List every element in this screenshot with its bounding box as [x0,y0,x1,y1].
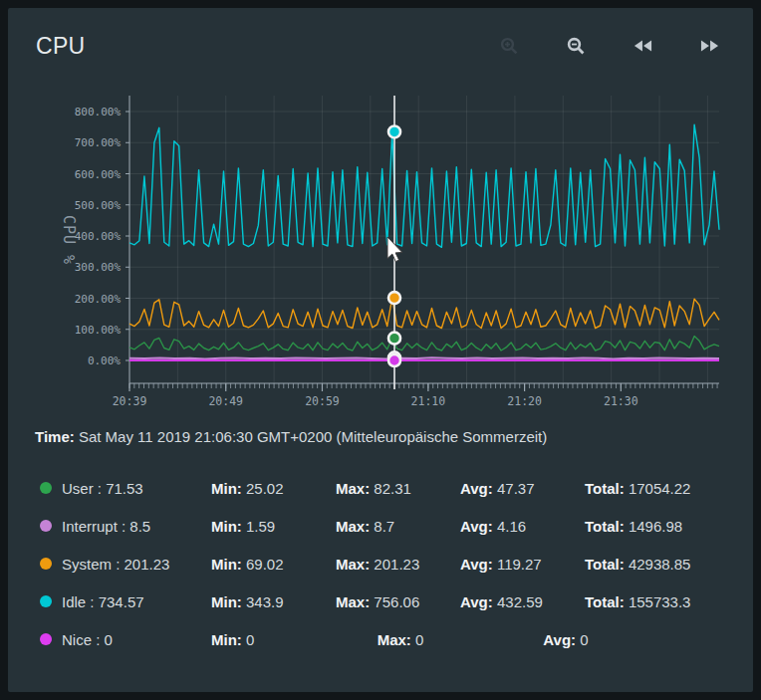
series-label: Nice : 0 [62,631,211,648]
legend-avg-cell: Avg: 432.59 [460,593,585,610]
svg-text:700.00%: 700.00% [75,136,122,149]
svg-text:400.00%: 400.00% [75,230,122,243]
legend-min-cell: Min: 343.9 [211,593,336,610]
legend-min-cell: Min: 1.59 [211,518,336,535]
legend-avg-cell: Avg: 4.16 [460,518,585,535]
series-color-dot [40,633,52,645]
page: { "panel": { "title": "CPU" }, "toolbar"… [0,0,761,700]
legend: User : 71.53 Min: 25.02Max: 82.31Avg: 47… [40,469,709,658]
panel-title: CPU [36,33,85,60]
zoom-out-icon[interactable] [567,37,586,56]
cpu-chart-svg: 0.00%100.00%200.00%300.00%400.00%500.00%… [8,76,753,414]
series-user [129,337,719,350]
legend-max-cell: Max: 0 [378,631,544,648]
legend-row-idle[interactable]: Idle : 734.57 Min: 343.9Max: 756.06Avg: … [40,583,709,620]
svg-text:21:30: 21:30 [604,394,638,408]
legend-max-cell: Max: 8.7 [336,518,460,535]
legend-row-user[interactable]: User : 71.53 Min: 25.02Max: 82.31Avg: 47… [40,469,709,507]
legend-avg-cell: Avg: 119.27 [460,556,585,573]
svg-text:21:10: 21:10 [411,394,446,408]
series-label: System : 201.23 [62,556,211,573]
svg-text:600.00%: 600.00% [75,168,122,181]
svg-text:20:49: 20:49 [208,394,243,408]
legend-total-cell: Total: 155733.3 [585,593,709,610]
legend-min-cell: Min: 69.02 [211,556,336,573]
svg-text:20:59: 20:59 [305,394,340,408]
legend-total-cell: Total: 42938.85 [585,556,709,573]
legend-max-cell: Max: 201.23 [336,556,460,573]
series-lines [129,124,719,360]
cursor-dot-system [388,292,400,304]
time-value: Sat May 11 2019 21:06:30 GMT+0200 (Mitte… [79,428,547,445]
series-color-dot [40,520,52,532]
cursor-dot-nice [388,354,400,366]
cpu-chart[interactable]: 0.00%100.00%200.00%300.00%400.00%500.00%… [8,76,753,414]
svg-text:100.00%: 100.00% [75,324,122,337]
time-label: Time: [35,428,75,445]
series-interrupt [129,357,719,358]
fast-forward-icon[interactable] [700,37,719,56]
legend-total-cell: Total: 17054.22 [585,480,709,497]
legend-avg-cell: Avg: 47.37 [460,480,585,497]
legend-max-cell: Max: 756.06 [336,593,460,610]
series-label: Interrupt : 8.5 [62,518,211,535]
legend-max-cell: Max: 82.31 [336,480,460,497]
legend-total-cell: Total: 1496.98 [585,518,709,535]
legend-min-cell: Min: 0 [211,631,378,648]
tick-labels: 0.00%100.00%200.00%300.00%400.00%500.00%… [75,106,638,408]
svg-text:200.00%: 200.00% [75,293,122,306]
series-color-dot [40,482,52,494]
svg-text:500.00%: 500.00% [75,199,122,212]
series-color-dot [40,558,52,570]
zoom-in-icon[interactable] [500,37,519,56]
legend-row-interrupt[interactable]: Interrupt : 8.5 Min: 1.59Max: 8.7Avg: 4.… [40,507,709,545]
series-label: User : 71.53 [62,480,211,497]
panel-header: CPU [8,8,753,68]
svg-text:0.00%: 0.00% [88,354,121,367]
series-label: Idle : 734.57 [62,593,211,610]
svg-text:21:20: 21:20 [507,394,542,408]
cursor-time-readout: Time: Sat May 11 2019 21:06:30 GMT+0200 … [35,428,753,445]
cpu-panel: CPU [8,8,753,692]
series-system [129,298,719,328]
svg-text:300.00%: 300.00% [75,261,122,274]
svg-text:20:39: 20:39 [113,394,147,408]
toolbar [500,37,723,56]
legend-row-system[interactable]: System : 201.23 Min: 69.02Max: 201.23Avg… [40,545,709,583]
legend-row-nice[interactable]: Nice : 0 Min: 0Max: 0Avg: 0 [40,620,709,658]
y-axis-title: CPU % [60,215,78,265]
svg-text:800.00%: 800.00% [75,106,122,118]
cursor-dot-user [388,333,400,345]
rewind-icon[interactable] [634,37,652,56]
cursor-dot-idle [388,125,400,137]
series-color-dot [40,595,52,607]
legend-min-cell: Min: 25.02 [211,480,336,497]
legend-avg-cell: Avg: 0 [543,631,709,648]
